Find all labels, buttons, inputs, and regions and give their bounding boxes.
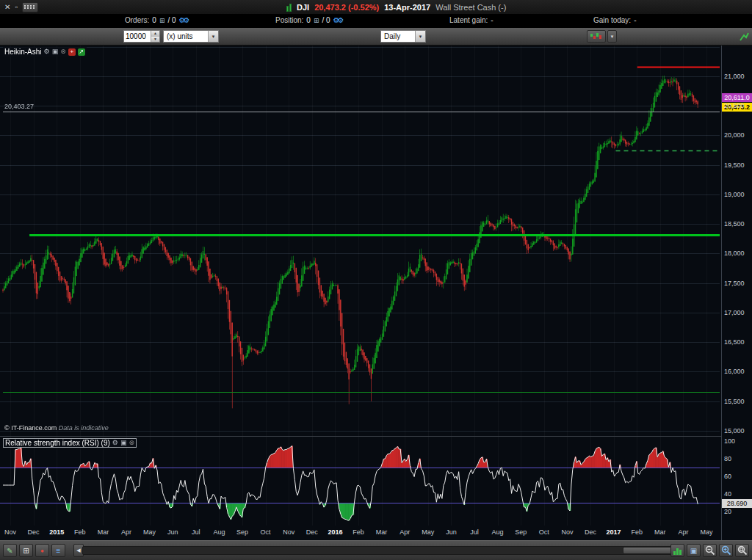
orders-count: 0 xyxy=(152,16,156,24)
grid-tool-button[interactable]: ⊞ xyxy=(19,544,33,557)
orders-grid-icon[interactable]: ⊞ xyxy=(159,17,165,24)
quantity-stepper[interactable]: ▲▼ xyxy=(123,30,160,43)
time-axis-label: 2017 xyxy=(607,528,621,536)
units-dropdown[interactable]: (x) units ▼ xyxy=(163,30,219,43)
price-axis-label: 18,000 xyxy=(724,250,745,257)
scroll-left-icon: ◀ xyxy=(76,548,80,553)
position-settings-icon[interactable]: ⚙⚙ xyxy=(333,16,344,24)
time-axis-label: Dec xyxy=(28,528,40,536)
window-icon[interactable]: ▣ xyxy=(52,48,59,56)
latent-gain: Latent gain: - xyxy=(449,16,494,24)
chart-style-button[interactable] xyxy=(587,30,606,43)
price-axis-label: 18,500 xyxy=(724,220,745,228)
quote-date: 13-Apr-2017 xyxy=(384,3,430,12)
price-axis-label: 20,000 xyxy=(724,131,745,139)
time-axis-label: Feb xyxy=(631,528,643,536)
position-count-2: / 0 xyxy=(322,16,330,24)
orders-summary: Orders: 0 ⊞ / 0 ⚙⚙ xyxy=(125,16,190,24)
rsi-axis-label: 60 xyxy=(724,473,731,480)
alert-price-badge: 20,611.0 xyxy=(722,93,752,102)
position-grid-icon[interactable]: ⊞ xyxy=(314,17,319,24)
panel-separator xyxy=(0,436,721,437)
timeframe-dropdown[interactable]: Daily ▼ xyxy=(380,30,426,43)
watermark: © IT-Finance.com Data is indicative xyxy=(4,424,109,432)
time-axis-label: Jun xyxy=(446,528,457,536)
time-axis-label: Apr xyxy=(121,528,131,536)
window-icon: ▣ xyxy=(690,547,697,555)
quantity-input[interactable] xyxy=(124,31,151,42)
latent-gain-value: - xyxy=(491,16,493,24)
position-count: 0 xyxy=(306,16,311,24)
timeframe-label: Daily xyxy=(381,32,415,40)
order-list-button[interactable]: ≡ xyxy=(51,544,65,557)
chart-style-caret-button[interactable]: ▼ xyxy=(607,30,617,43)
keyboard-shortcuts-button[interactable] xyxy=(22,2,38,12)
position-summary: Position: 0 ⊞ / 0 ⚙⚙ xyxy=(275,16,344,24)
trading-app-window: ✕ ▫ DJI 20,473.2 (-0.52%) 13-Apr-2017 Wa… xyxy=(0,0,752,560)
time-axis-label: Nov xyxy=(561,528,573,536)
draw-tools-button[interactable]: ✎ xyxy=(3,544,17,557)
time-axis-label: Oct xyxy=(261,528,271,536)
gain-today-value: - xyxy=(634,16,636,24)
chart-scrollbar[interactable] xyxy=(82,546,684,555)
time-axis-label: Apr xyxy=(678,528,688,536)
time-axis-label: May xyxy=(422,528,434,536)
quantity-spinner[interactable]: ▲▼ xyxy=(151,31,159,42)
chart-style-icon xyxy=(590,32,603,41)
pencil-icon: ✎ xyxy=(7,547,12,555)
alerts-button[interactable]: ● xyxy=(35,544,49,557)
rsi-chart-canvas[interactable] xyxy=(0,437,721,526)
time-axis-label: Aug xyxy=(492,528,504,536)
orders-settings-icon[interactable]: ⚙⚙ xyxy=(179,16,190,24)
statistics-button[interactable] xyxy=(670,544,684,557)
time-axis-label: 2016 xyxy=(328,528,342,536)
price-axis-label: 17,000 xyxy=(724,309,745,316)
chart-toolbar: ▲▼ (x) units ▼ Daily ▼ ▼ xyxy=(0,28,752,46)
restore-icon[interactable]: ▫ xyxy=(15,3,18,11)
time-axis-label: Jun xyxy=(167,528,178,536)
add-indicator-button[interactable] xyxy=(737,30,751,43)
rsi-value-badge: 28.690 xyxy=(722,499,752,508)
orders-bar: Orders: 0 ⊞ / 0 ⚙⚙ Position: 0 ⊞ / 0 ⚙⚙ … xyxy=(0,15,752,28)
rsi-axis-label: 80 xyxy=(724,455,731,462)
close-icon[interactable]: ✕ xyxy=(4,3,10,11)
orders-label: Orders: xyxy=(125,16,149,24)
rsi-axis-label: 100 xyxy=(724,437,735,445)
orders-count-2: / 0 xyxy=(167,16,176,24)
zoom-in-button[interactable] xyxy=(719,544,733,557)
time-axis-label: 2015 xyxy=(49,528,64,536)
time-axis-label: Mar xyxy=(654,528,666,536)
detach-window-button[interactable]: ▣ xyxy=(687,544,701,557)
wrench-icon[interactable]: ⚙ xyxy=(112,439,118,447)
price-chart-canvas[interactable] xyxy=(0,46,721,437)
bottom-toolbar: ✎ ⊞ ● ≡ ◀ ▣ xyxy=(0,540,752,560)
close-icon[interactable]: ⊗ xyxy=(129,439,134,447)
title-bar: ✕ ▫ DJI 20,473.2 (-0.52%) 13-Apr-2017 Wa… xyxy=(0,0,752,15)
market-name: Wall Street Cash (-) xyxy=(435,3,506,12)
instrument-symbol[interactable]: DJI xyxy=(297,3,309,12)
rsi-indicator-bar: Relative strength index (RSI) (9) ⚙ ▣ ⊗ xyxy=(3,438,137,448)
window-icon[interactable]: ▣ xyxy=(120,439,127,447)
zoom-out-icon xyxy=(705,545,715,556)
chevron-down-icon: ▼ xyxy=(208,31,218,42)
price-axis-label: 21,000 xyxy=(724,73,745,80)
time-axis-label: Nov xyxy=(283,528,294,536)
grid-icon: ⊞ xyxy=(23,547,29,555)
axis-separator xyxy=(721,46,722,540)
position-label: Position: xyxy=(275,16,303,24)
price-axis-label: 19,500 xyxy=(724,161,745,169)
time-axis-label: Mar xyxy=(98,528,109,536)
buy-shortcut-icon[interactable]: ↗ xyxy=(78,48,85,56)
latent-gain-label: Latent gain: xyxy=(449,16,488,24)
time-axis-label: Sep xyxy=(236,528,248,536)
candlestick-icon xyxy=(286,3,292,12)
zoom-out-button[interactable] xyxy=(703,544,717,557)
sell-shortcut-icon[interactable]: + xyxy=(68,48,76,56)
wrench-icon[interactable]: ⚙ xyxy=(44,48,50,56)
price-axis-label: 17,500 xyxy=(724,280,745,287)
reference-price-label: 20,403.27 xyxy=(4,103,34,110)
time-axis-label: Feb xyxy=(352,528,364,536)
zoom-selection-button[interactable] xyxy=(735,544,749,557)
close-icon[interactable]: ⊗ xyxy=(60,48,66,56)
time-axis-label: Jul xyxy=(192,528,200,536)
